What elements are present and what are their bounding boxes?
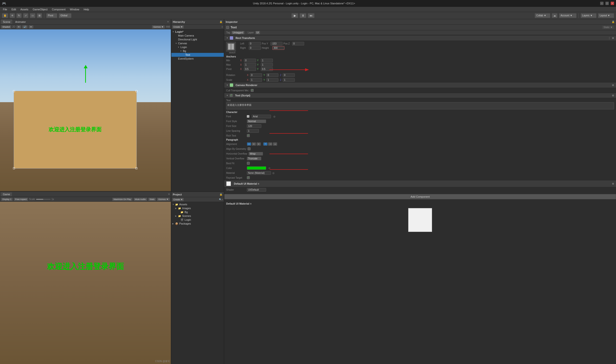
vert-select[interactable]: Truncate	[247, 157, 261, 160]
menu-window[interactable]: Window	[68, 7, 81, 11]
inspector-lock[interactable]: 🔒	[612, 20, 615, 23]
font-size-val[interactable]: 120	[247, 124, 261, 128]
rot-y[interactable]: 0	[266, 73, 278, 77]
align-right[interactable]: ≡	[256, 142, 261, 146]
handle-br[interactable]	[135, 167, 137, 169]
menu-gameobject[interactable]: GameObject	[31, 7, 50, 11]
object-active-checkbox[interactable]	[226, 26, 229, 29]
shader-val[interactable]: UI/Default	[247, 188, 266, 192]
scale-tool[interactable]: ⤢	[23, 13, 28, 18]
cull-checkbox[interactable]	[251, 89, 254, 92]
pause-btn[interactable]: ⏸	[300, 13, 306, 18]
anchors-max-x[interactable]: 1	[244, 63, 256, 67]
tab-scene[interactable]: Scene	[1, 20, 12, 24]
align-center[interactable]: ≡	[252, 142, 256, 146]
hierarchy-menu[interactable]: ≡	[222, 26, 223, 28]
ts-settings[interactable]: ⚙	[612, 94, 614, 97]
close-btn[interactable]: ✕	[611, 2, 614, 5]
right-val[interactable]: 0	[249, 46, 261, 50]
rich-text-checkbox[interactable]	[247, 134, 250, 137]
cr-settings[interactable]: ⚙	[612, 84, 614, 87]
ts-enabled[interactable]	[230, 94, 233, 97]
scale-slider[interactable]	[36, 199, 51, 200]
font-val[interactable]: Arial	[252, 115, 271, 118]
scene-audio-btn[interactable]: 🔊	[22, 25, 28, 29]
game-close[interactable]: ✕	[168, 193, 170, 195]
align-top[interactable]: ⊤	[263, 142, 268, 146]
scene-light-btn[interactable]: ☀	[16, 25, 21, 29]
default-mat-settings[interactable]: ⚙	[612, 182, 614, 185]
display-btn[interactable]: Display 1	[1, 198, 13, 201]
layers-btn[interactable]: Layers ▼	[581, 13, 597, 18]
scale-x[interactable]: 1	[250, 78, 262, 82]
rt-settings[interactable]: ⚙	[612, 37, 614, 39]
tab-animator[interactable]: Animator	[13, 20, 28, 24]
account-btn[interactable]: Account ▼	[559, 13, 576, 18]
move-tool[interactable]: ✛	[10, 13, 15, 18]
menu-file[interactable]: File	[1, 7, 9, 11]
horiz-select[interactable]: Wrap	[249, 152, 263, 156]
scene-all[interactable]: #All	[166, 26, 170, 28]
project-images[interactable]: ▶ 📁 Images	[171, 206, 224, 210]
cloud-btn[interactable]: ☁	[552, 13, 558, 18]
object-name[interactable]: Text	[230, 26, 237, 29]
rot-x[interactable]: 0	[250, 73, 262, 77]
layer-select[interactable]: UI	[255, 31, 260, 34]
project-search[interactable]: 🔍	[219, 198, 222, 201]
project-create-btn[interactable]: Create ▼	[172, 198, 184, 201]
text-script-section[interactable]: ▼ Text (Script) ⚙	[224, 93, 616, 98]
handle-tr[interactable]	[135, 90, 137, 92]
handle-bl[interactable]	[13, 167, 15, 169]
rt-dots[interactable]: ⋮	[608, 37, 610, 39]
scene-canvas[interactable]: 欢迎进入注册登录界面	[0, 29, 171, 191]
pivot-dropdown[interactable]: Pivot	[46, 13, 57, 18]
tab-game[interactable]: Game	[1, 192, 12, 196]
anchor-preset-icon[interactable]	[226, 42, 236, 52]
align-geom-checkbox[interactable]	[248, 147, 251, 150]
gizmos-btn[interactable]: Gizmos ▼	[152, 25, 165, 29]
scene-2d[interactable]: 2D	[12, 26, 15, 28]
hand-tool[interactable]: ✋	[2, 13, 8, 18]
mute-audio[interactable]: Mute Audio	[134, 198, 147, 201]
canvas-renderer-section[interactable]: ▼ Canvas Renderer ⚙	[224, 82, 616, 88]
anchors-min-y[interactable]: 1	[261, 59, 273, 62]
hierarchy-lock[interactable]: 🔒	[219, 20, 222, 23]
project-menu[interactable]: ≡	[222, 198, 223, 201]
left-val[interactable]: 0	[249, 42, 261, 45]
game-gizmos[interactable]: Gizmos ▼	[157, 198, 170, 201]
hierarchy-scene-root[interactable]: ▼ Login*	[171, 30, 224, 34]
height-val[interactable]: 300	[272, 46, 284, 50]
line-spacing-val[interactable]: 1	[247, 129, 259, 133]
menu-help[interactable]: Help	[81, 7, 91, 11]
scene-close[interactable]: ✕	[167, 20, 169, 23]
posz-val[interactable]: 0	[292, 42, 304, 45]
hierarchy-eventsystem[interactable]: EventSystem	[171, 57, 224, 61]
transform-tool[interactable]: ⊞	[37, 13, 42, 18]
rect-tool[interactable]: ▭	[30, 13, 35, 18]
scale-y[interactable]: 1	[266, 78, 278, 82]
play-btn[interactable]: ▶	[291, 13, 298, 18]
project-scenes[interactable]: ▶ 📁 Scenes	[171, 214, 224, 218]
project-login-scene[interactable]: 🎬 Login	[171, 218, 224, 222]
aspect-btn[interactable]: Free Aspect	[14, 198, 28, 201]
align-left[interactable]: ≡	[247, 142, 251, 146]
anchors-pivot-x[interactable]: 0.5	[244, 67, 256, 71]
material-pick[interactable]: ◎	[272, 172, 275, 174]
tag-select[interactable]: Untagged	[231, 31, 244, 34]
hierarchy-bg[interactable]: ▼ Bg	[171, 49, 224, 53]
menu-edit[interactable]: Edit	[10, 7, 18, 11]
maximize-btn[interactable]: □	[605, 2, 609, 5]
step-btn[interactable]: ⏭	[308, 13, 314, 18]
hierarchy-canvas[interactable]: ▼ Canvas	[171, 41, 224, 45]
project-lock[interactable]: 🔒	[219, 193, 222, 196]
hierarchy-create-btn[interactable]: Create ▼	[172, 25, 184, 29]
add-component-btn[interactable]: Add Component	[224, 194, 616, 199]
project-bg[interactable]: 📁 Bg	[171, 210, 224, 214]
rect-transform-section[interactable]: ▼ Rect Transform ⋮ ⚙	[224, 35, 616, 41]
rotate-tool[interactable]: ↻	[16, 13, 22, 18]
shading-btn[interactable]: Shaded	[1, 25, 11, 29]
posy-val[interactable]: -153	[270, 42, 282, 45]
text-content[interactable]: 欢迎进入注册登录界面	[226, 102, 614, 109]
minimize-btn[interactable]: −	[600, 2, 603, 5]
static-label[interactable]: Static ▼	[602, 26, 614, 29]
